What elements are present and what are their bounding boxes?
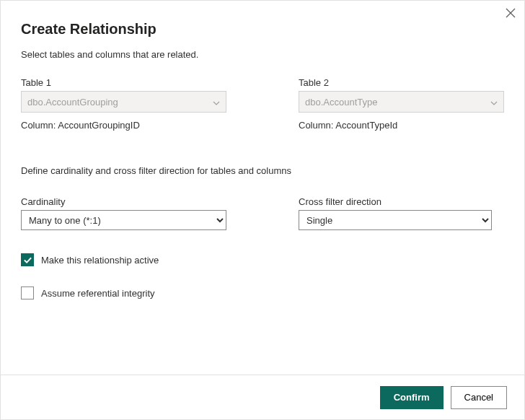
cancel-button[interactable]: Cancel bbox=[451, 386, 507, 409]
active-checkbox-label: Make this relationship active bbox=[41, 255, 159, 266]
table1-column-value: AccountGroupingID bbox=[58, 120, 139, 131]
chevron-down-icon bbox=[213, 98, 220, 105]
confirm-button[interactable]: Confirm bbox=[380, 386, 444, 409]
table2-column-value: AccountTypeId bbox=[335, 120, 397, 131]
crossfilter-label: Cross filter direction bbox=[299, 196, 504, 207]
table2-select[interactable]: dbo.AccountType bbox=[299, 91, 504, 113]
dialog-title: Create Relationship bbox=[21, 21, 504, 38]
table2-label: Table 2 bbox=[299, 77, 504, 88]
checkmark-icon bbox=[23, 255, 32, 265]
dialog-footer: Confirm Cancel bbox=[1, 375, 524, 419]
dialog-subtitle: Select tables and columns that are relat… bbox=[21, 49, 504, 60]
chevron-down-icon bbox=[490, 98, 498, 105]
table1-value: dbo.AccountGrouping bbox=[27, 97, 118, 108]
table2-value: dbo.AccountType bbox=[305, 97, 377, 108]
integrity-checkbox[interactable] bbox=[21, 286, 34, 299]
create-relationship-dialog: Create Relationship Select tables and co… bbox=[1, 1, 524, 299]
close-icon[interactable] bbox=[506, 8, 516, 18]
table1-select[interactable]: dbo.AccountGrouping bbox=[21, 91, 226, 113]
cardinality-select[interactable]: Many to one (*:1) bbox=[21, 210, 226, 230]
cardinality-label: Cardinality bbox=[21, 196, 226, 207]
table1-column-label: Column: bbox=[21, 120, 56, 131]
crossfilter-select[interactable]: Single bbox=[299, 210, 492, 230]
table2-column-label: Column: bbox=[299, 120, 333, 131]
cardinality-section-text: Define cardinality and cross filter dire… bbox=[21, 165, 504, 176]
integrity-checkbox-label: Assume referential integrity bbox=[41, 288, 155, 299]
table1-label: Table 1 bbox=[21, 77, 226, 88]
active-checkbox[interactable] bbox=[21, 253, 34, 266]
